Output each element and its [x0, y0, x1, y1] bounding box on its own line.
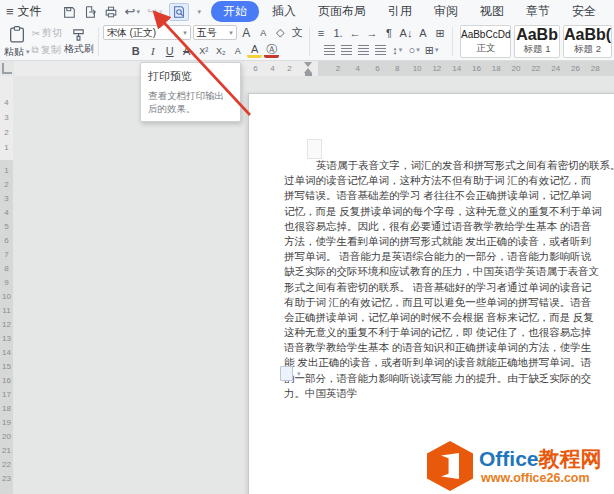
line-spacing-button[interactable]: ↕▾ [390, 43, 405, 57]
first-line-indent-marker[interactable] [304, 62, 312, 67]
style-gallery: AaBbCcDd 正文 AaBb 标题 1 AaBb( 标题 2 [460, 25, 612, 58]
ribbon: 粘贴▾ ✂剪切 ⧉复制 格式刷 宋体 (正文)▾ 五号▾ AA◇文 BIUAX²… [0, 23, 614, 61]
align-right-icon [358, 45, 369, 55]
paragraph-group: ≡1.←→¶A↓A⊞ ↕▾ ○▾ ⊞▾ [314, 25, 448, 58]
paste-options-icon [280, 366, 293, 381]
print-preview-button[interactable] [169, 3, 189, 21]
paste-button[interactable]: 粘贴▾ [4, 25, 30, 59]
document-page[interactable]: 英语属于表音文字，词汇的发音和拼写形式之间有着密切的联系。过单词的读音记忆单词，… [248, 93, 614, 494]
file-menu[interactable]: 文件 [18, 3, 42, 20]
hamburger-icon[interactable]: ≡ [6, 4, 14, 19]
print-preview-tooltip: 打印预览 查看文档打印输出后的效果。 [140, 62, 241, 122]
decrease-font-button[interactable]: A [256, 26, 271, 40]
undo-button[interactable]: ↩▾ [125, 4, 140, 19]
bullets-button[interactable]: ≡ [314, 26, 329, 40]
tab-security[interactable]: 安全 [563, 1, 605, 22]
tab-selector[interactable] [2, 63, 12, 74]
tab-view[interactable]: 视图 [471, 1, 513, 22]
show-marks-button[interactable]: ¶ [382, 26, 397, 40]
tooltip-body: 查看文档打印输出后的效果。 [148, 89, 233, 115]
align-center-button[interactable] [339, 43, 354, 57]
printer-icon [104, 5, 118, 19]
paste-options-button[interactable]: ▾ [280, 366, 301, 381]
superscript-button[interactable]: X² [196, 44, 211, 58]
tab-insert[interactable]: 插入 [263, 1, 305, 22]
bold-button[interactable]: B [128, 44, 143, 58]
distribute-button[interactable]: A [416, 26, 431, 40]
highlight-button[interactable]: A [230, 44, 245, 58]
tab-references[interactable]: 引用 [379, 1, 421, 22]
menu-bar: ≡ 文件 ↩▾ ↪▾ ▾ 开始插入页面布局引用审阅视图章节安全开发工具特色应用 … [0, 0, 614, 23]
export-pdf-button[interactable] [83, 5, 97, 19]
text-tool-button[interactable]: 文 [290, 26, 305, 40]
save-icon [62, 5, 76, 19]
align-center-icon [341, 45, 352, 55]
subscript-button[interactable]: X₂ [213, 44, 228, 58]
site-watermark: Office教程网 www.office26.com [427, 441, 602, 491]
style-heading2[interactable]: AaBb( 标题 2 [563, 25, 612, 58]
left-indent-marker[interactable] [305, 73, 312, 76]
tab-page-layout[interactable]: 页面布局 [309, 1, 375, 22]
print-preview-icon [172, 5, 186, 19]
tab-dev-tools[interactable]: 开发工具 [609, 1, 614, 22]
align-right-button[interactable] [356, 43, 371, 57]
style-heading1[interactable]: AaBb 标题 1 [514, 25, 560, 58]
office-logo-icon [427, 441, 473, 491]
wps-writer-window: ≡ 文件 ↩▾ ↪▾ ▾ 开始插入页面布局引用审阅视图章节安全开发工具特色应用 … [0, 0, 614, 494]
tooltip-title: 打印预览 [148, 69, 233, 84]
export-icon [83, 5, 97, 19]
ribbon-tabs: 开始插入页面布局引用审阅视图章节安全开发工具特色应用 [211, 1, 614, 22]
print-button[interactable] [104, 5, 118, 19]
copy-button[interactable]: ⧉复制 [32, 43, 62, 57]
copy-icon: ⧉ [32, 44, 39, 56]
tab-home[interactable]: 开始 [211, 1, 259, 22]
decrease-indent-button[interactable]: ← [348, 26, 363, 40]
cut-button[interactable]: ✂剪切 [32, 26, 62, 40]
font-color-button[interactable]: A [247, 43, 262, 58]
borders-button[interactable]: ⊞▾ [424, 43, 440, 57]
align-left-button[interactable] [322, 43, 337, 57]
document-text[interactable]: 英语属于表音文字，词汇的发音和拼写形式之间有着密切的联系。过单词的读音记忆单词，… [284, 158, 614, 401]
table-button[interactable]: ⊞ [433, 26, 448, 40]
strikethrough-button[interactable]: A [179, 44, 194, 58]
align-left-icon [324, 45, 335, 55]
tab-review[interactable]: 审阅 [425, 1, 467, 22]
increase-font-button[interactable]: A [239, 26, 254, 40]
font-size-combo[interactable]: 五号▾ [193, 25, 237, 40]
customize-qat-dropdown[interactable]: ▾ [197, 8, 201, 16]
paste-icon [7, 25, 27, 44]
font-name-combo[interactable]: 宋体 (正文)▾ [103, 25, 191, 40]
brush-icon [71, 27, 86, 42]
justify-icon [375, 45, 386, 55]
redo-button[interactable]: ↪▾ [147, 4, 162, 19]
watermark-url: www.office26.com [481, 472, 602, 485]
increase-indent-button[interactable]: → [365, 26, 380, 40]
numbering-button[interactable]: 1. [331, 26, 346, 40]
justify-button[interactable] [373, 43, 388, 57]
scissors-icon: ✂ [32, 28, 40, 39]
char-border-button[interactable]: Ⓐ [264, 43, 279, 58]
quick-access-toolbar: ↩▾ ↪▾ ▾ [62, 3, 201, 21]
italic-button[interactable]: I [145, 44, 160, 58]
style-normal[interactable]: AaBbCcDd 正文 [460, 25, 511, 58]
vertical-ruler[interactable]: 4321 12345678910111213141516171819202122… [0, 76, 13, 494]
format-painter-button[interactable]: 格式刷 [64, 27, 94, 56]
paste-options-dropdown[interactable]: ▾ [297, 370, 301, 378]
cursor-position-box [307, 139, 322, 159]
clear-format-button[interactable]: ◇ [273, 26, 288, 40]
font-group: 宋体 (正文)▾ 五号▾ AA◇文 BIUAX²X₂AAⒶ [103, 25, 305, 58]
chinese-layout-button[interactable]: ○▾ [407, 43, 422, 57]
sort-button[interactable]: A↓ [399, 26, 414, 40]
horizontal-ruler[interactable]: 642 246810121416182022242628 [14, 61, 614, 76]
underline-button[interactable]: U [162, 44, 177, 58]
undo-dropdown[interactable]: ▾ [137, 8, 141, 16]
watermark-title: Office教程网 [479, 448, 602, 469]
tab-section[interactable]: 章节 [517, 1, 559, 22]
save-button[interactable] [62, 5, 76, 19]
